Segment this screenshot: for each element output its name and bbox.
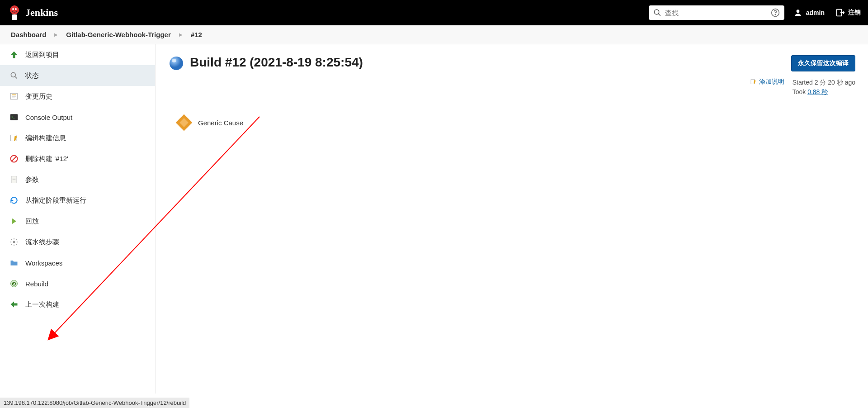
sidebar-item-label: Workspaces [25,259,62,267]
page-title: Build #12 (2021-8-19 8:25:54) [190,55,786,70]
svg-point-27 [172,59,176,62]
sidebar-item-delete[interactable]: 删除构建 '#12' [0,148,155,169]
svg-point-24 [13,241,15,243]
breadcrumb-job[interactable]: Gitlab-Generic-Webhook-Trigger [66,31,170,38]
add-description-link[interactable]: 添加说明 [750,78,784,86]
keep-build-button[interactable]: 永久保留这次编译 [791,55,855,71]
arrow-up-icon [9,50,19,60]
sidebar-item-edit[interactable]: 编辑构建信息 [0,128,155,148]
took-prefix: Took [793,88,807,95]
breadcrumb: Dashboard ▶ Gitlab-Generic-Webhook-Trigg… [0,25,868,44]
brand-name: Jenkins [25,7,58,19]
sidebar-item-replay[interactable]: 回放 [0,211,155,232]
gear-icon [9,237,19,247]
svg-line-20 [12,157,16,161]
logo[interactable]: Jenkins [7,4,58,22]
search-input[interactable] [665,9,771,17]
rebuild-icon [9,279,19,289]
svg-point-0 [10,5,19,14]
console-icon: >_ [9,112,19,122]
cause-icon [175,113,193,132]
duration-link[interactable]: 0.88 秒 [807,88,828,95]
document-icon [9,175,19,185]
svg-point-3 [15,8,17,10]
logout-label: 注销 [848,9,861,17]
sidebar-item-workspaces[interactable]: Workspaces [0,252,155,273]
help-icon[interactable] [771,8,780,17]
svg-text:>_: >_ [11,115,15,119]
search-box[interactable] [649,5,784,20]
sidebar-item-params[interactable]: 参数 [0,169,155,190]
username: admin [806,9,825,16]
svg-point-4 [654,9,659,14]
sidebar-item-label: 回放 [25,217,39,226]
sidebar-item-label: Console Output [25,114,72,121]
logout-link[interactable]: 注销 [835,8,861,18]
jenkins-logo-icon [7,4,22,22]
sidebar: 返回到项目 状态 变更历史 >_ Console Output 编辑构建信息 删… [0,44,156,394]
svg-line-5 [658,14,660,16]
arrow-left-icon [9,299,19,309]
sidebar-item-label: 删除构建 '#12' [25,155,68,163]
magnifier-icon [9,71,19,81]
edit-icon [9,133,19,143]
chevron-right-icon: ▶ [54,32,58,37]
sidebar-item-restart[interactable]: 从指定阶段重新运行 [0,190,155,211]
sidebar-item-label: 上一次构建 [25,300,59,309]
delete-icon [9,154,19,164]
sidebar-item-label: Rebuild [25,280,48,288]
svg-line-11 [15,76,17,79]
main-panel: Build #12 (2021-8-19 8:25:54) 永久保留这次编译 添… [156,44,868,394]
cause-text: Generic Cause [198,119,243,127]
sidebar-item-prev-build[interactable]: 上一次构建 [0,294,155,315]
build-cause: Generic Cause [175,113,855,132]
add-description-label: 添加说明 [759,78,784,86]
sidebar-item-label: 变更历史 [25,92,52,101]
sidebar-item-label: 从指定阶段重新运行 [25,196,86,205]
sidebar-item-changes[interactable]: 变更历史 [0,86,155,107]
sidebar-item-label: 返回到项目 [25,51,59,59]
svg-point-26 [170,57,183,70]
sidebar-item-label: 参数 [25,176,39,184]
refresh-icon [9,195,19,205]
sidebar-item-label: 编辑构建信息 [25,134,66,142]
logout-icon [835,8,845,18]
sidebar-item-back[interactable]: 返回到项目 [0,44,155,65]
svg-point-7 [775,14,775,15]
folder-icon [9,258,19,268]
sidebar-item-status[interactable]: 状态 [0,65,155,86]
search-icon [653,9,661,17]
sidebar-item-label: 状态 [25,71,39,80]
sidebar-item-rebuild[interactable]: Rebuild [0,273,155,294]
breadcrumb-dashboard[interactable]: Dashboard [11,31,46,38]
started-text: Started 2 分 20 秒 ago [793,78,855,87]
svg-rect-1 [12,14,17,20]
breadcrumb-build[interactable]: #12 [191,31,202,38]
svg-point-2 [12,8,14,10]
svg-point-8 [796,9,799,13]
user-menu[interactable]: admin [793,8,825,17]
sidebar-item-label: 流水线步骤 [25,238,59,247]
sidebar-item-pipeline-steps[interactable]: 流水线步骤 [0,232,155,252]
build-status-icon [168,55,184,71]
header: Jenkins admin 注销 [0,0,868,25]
history-icon [9,91,19,101]
build-timing: Started 2 分 20 秒 ago Took 0.88 秒 [793,78,855,97]
sidebar-item-console[interactable]: >_ Console Output [0,107,155,128]
edit-icon [750,78,757,85]
user-icon [793,8,802,17]
chevron-right-icon: ▶ [179,32,183,37]
replay-icon [9,216,19,226]
